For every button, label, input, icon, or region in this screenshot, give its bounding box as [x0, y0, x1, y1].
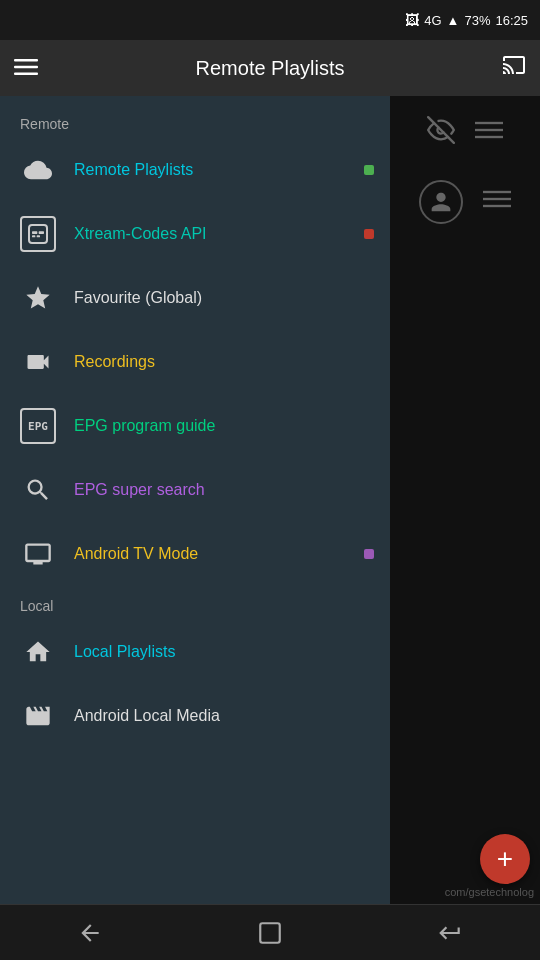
section-label-remote: Remote [0, 104, 390, 138]
sidebar-item-local-playlists[interactable]: Local Playlists [0, 620, 390, 684]
menu-label-android-tv: Android TV Mode [74, 545, 198, 563]
svg-rect-11 [483, 191, 511, 193]
svg-rect-14 [260, 923, 280, 943]
menu-label-epg-search: EPG super search [74, 481, 205, 499]
home-icon [20, 634, 56, 670]
person-circle-icon[interactable] [419, 180, 463, 224]
fab-add-button[interactable]: + [480, 834, 530, 884]
svg-rect-3 [32, 231, 37, 234]
sidebar-item-epg-guide[interactable]: EPG EPG program guide [0, 394, 390, 458]
svg-rect-4 [39, 231, 44, 234]
top-bar: Remote Playlists [0, 40, 540, 96]
svg-rect-8 [475, 122, 503, 124]
main-area: Remote Remote Playlists Xtream-Codes API… [0, 96, 540, 904]
svg-rect-2 [14, 72, 38, 75]
cast-icon[interactable] [502, 53, 526, 83]
status-bar: 🖼 4G ▲ 73% 16:25 [0, 0, 540, 40]
menu-label-favourite: Favourite (Global) [74, 289, 202, 307]
svg-rect-9 [475, 129, 503, 131]
svg-rect-12 [483, 198, 511, 200]
menu-label-xtream-codes: Xtream-Codes API [74, 225, 207, 243]
svg-rect-10 [475, 136, 503, 138]
image-icon: 🖼 [405, 12, 419, 28]
sidebar-item-epg-search[interactable]: EPG super search [0, 458, 390, 522]
sidebar-item-android-tv[interactable]: Android TV Mode [0, 522, 390, 586]
battery-label: 73% [464, 13, 490, 28]
menu-label-remote-playlists: Remote Playlists [74, 161, 193, 179]
sidebar-item-recordings[interactable]: Recordings [0, 330, 390, 394]
sidebar-item-remote-playlists[interactable]: Remote Playlists [0, 138, 390, 202]
status-dot-android-tv [364, 549, 374, 559]
nav-back-button[interactable] [60, 913, 120, 953]
eye-off-icon[interactable] [427, 116, 455, 150]
menu-label-epg-guide: EPG program guide [74, 417, 215, 435]
nav-home-button[interactable] [240, 913, 300, 953]
svg-rect-5 [32, 235, 35, 237]
fab-plus-icon: + [497, 843, 513, 875]
network-label: 4G [424, 13, 441, 28]
star-icon [20, 280, 56, 316]
status-icons: 🖼 4G ▲ 73% 16:25 [405, 12, 528, 28]
hamburger-icon[interactable] [14, 55, 38, 82]
bottom-nav-bar [0, 904, 540, 960]
svg-rect-0 [14, 59, 38, 62]
sidebar-item-xtream-codes[interactable]: Xtream-Codes API [0, 202, 390, 266]
status-dot-xtream [364, 229, 374, 239]
svg-rect-13 [483, 205, 511, 207]
page-title: Remote Playlists [54, 57, 486, 80]
search-icon [20, 472, 56, 508]
xtream-icon [20, 216, 56, 252]
record-icon [20, 344, 56, 380]
time-label: 16:25 [495, 13, 528, 28]
sidebar: Remote Remote Playlists Xtream-Codes API… [0, 96, 390, 904]
nav-recent-button[interactable] [420, 913, 480, 953]
action-row-1 [427, 116, 503, 150]
status-dot-remote-playlists [364, 165, 374, 175]
signal-icon: ▲ [447, 13, 460, 28]
right-panel: + com/gsetechnolog [390, 96, 540, 904]
movie-icon [20, 698, 56, 734]
tv-icon [20, 536, 56, 572]
action-row-2 [419, 180, 511, 224]
epg-icon: EPG [20, 408, 56, 444]
sidebar-item-favourite[interactable]: Favourite (Global) [0, 266, 390, 330]
menu-label-recordings: Recordings [74, 353, 155, 371]
svg-rect-6 [37, 235, 40, 237]
watermark-text: com/gsetechnolog [390, 886, 540, 898]
svg-rect-1 [14, 65, 38, 68]
menu-lines-icon-2[interactable] [483, 185, 511, 219]
menu-label-local-playlists: Local Playlists [74, 643, 175, 661]
menu-lines-icon-1[interactable] [475, 116, 503, 150]
sidebar-item-android-local[interactable]: Android Local Media [0, 684, 390, 748]
section-label-local: Local [0, 586, 390, 620]
cloud-icon [20, 152, 56, 188]
menu-label-android-local: Android Local Media [74, 707, 220, 725]
